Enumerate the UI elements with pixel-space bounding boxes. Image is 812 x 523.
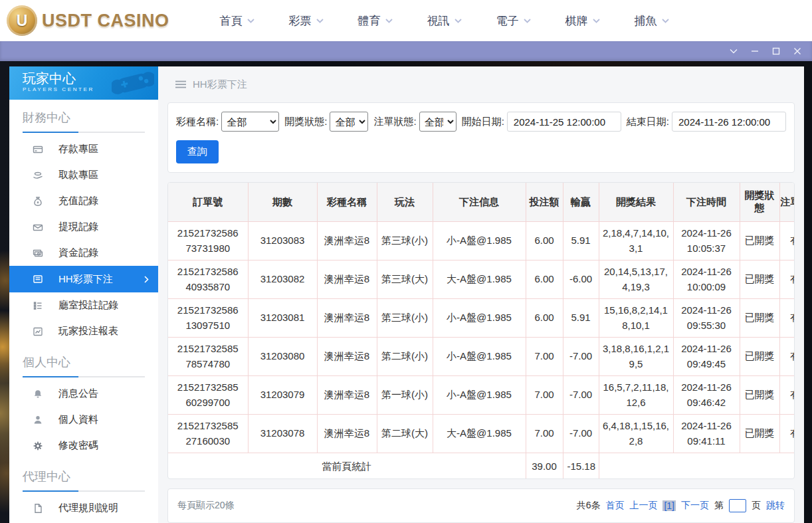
bell-icon xyxy=(32,389,44,399)
sidebar-item-hall-bet-records[interactable]: 廳室投註記錄 xyxy=(9,292,158,318)
section-divider xyxy=(23,490,145,492)
sidebar-item-funds-records[interactable]: 資金記錄 xyxy=(9,240,158,266)
table-cell: 澳洲幸运8 xyxy=(317,338,377,376)
bet-list-icon xyxy=(32,274,44,284)
table-cell: 31203083 xyxy=(248,222,317,261)
column-header: 下注時間 xyxy=(673,183,740,222)
end-date-input[interactable] xyxy=(672,112,786,132)
table-cell: 2024-11-26 10:00:09 xyxy=(673,261,740,299)
table-cell: 2024-11-26 09:49:45 xyxy=(673,338,740,376)
order-status-select[interactable]: 全部 xyxy=(419,112,457,132)
table-cell: 2152173258560299700 xyxy=(168,376,248,415)
table-cell: -7.00 xyxy=(563,376,599,415)
deposit-card-icon xyxy=(32,144,44,155)
table-cell: 7.00 xyxy=(526,415,563,453)
sidebar-item-withdraw[interactable]: 取款專區 xyxy=(9,162,158,188)
main-nav: 首頁 彩票 體育 視訊 電子 棋牌 捕魚 xyxy=(203,13,686,29)
breadcrumb: HH彩票下注 xyxy=(158,66,804,102)
window-title-bar xyxy=(0,41,812,61)
chevron-down-icon xyxy=(385,19,393,23)
table-cell: 小-A盤@1.985 xyxy=(433,299,526,338)
section-divider xyxy=(23,376,145,377)
draw-status-select[interactable]: 全部 xyxy=(330,112,368,132)
table-cell: 有效 xyxy=(779,299,795,338)
coin-logo-icon: U xyxy=(7,5,37,36)
next-page-link[interactable]: 下一页 xyxy=(681,500,709,512)
prev-page-link[interactable]: 上一页 xyxy=(629,500,657,512)
table-cell: 31203082 xyxy=(248,261,317,299)
table-row: 215217325856029970031203079澳洲幸运8第一球(小)小-… xyxy=(168,376,795,415)
lottery-name-select[interactable]: 全部 xyxy=(221,112,279,132)
column-header: 注單狀態 xyxy=(779,183,795,222)
column-header: 輸贏 xyxy=(563,183,599,222)
nav-item-home[interactable]: 首頁 xyxy=(203,13,272,29)
gamepad-icon xyxy=(112,69,154,96)
table-cell: 2,18,4,7,14,10,3,1 xyxy=(599,222,673,261)
table-cell: 3,18,8,16,1,2,19,5 xyxy=(599,338,673,376)
column-header: 開獎結果 xyxy=(599,183,673,222)
table-cell: 小-A盤@1.985 xyxy=(433,222,526,261)
order-status-label: 注單狀態: xyxy=(373,116,416,128)
site-header: U USDT CASINO 首頁 彩票 體育 視訊 電子 棋牌 捕魚 xyxy=(0,0,812,41)
table-cell: 第二球(小) xyxy=(377,338,433,376)
table-cell: 有效 xyxy=(779,222,795,261)
table-cell: 6.00 xyxy=(526,261,563,299)
table-cell: 澳洲幸运8 xyxy=(317,261,377,299)
sidebar-item-deposit[interactable]: 存款專區 xyxy=(9,136,158,162)
sidebar-item-hh-lottery-bets[interactable]: HH彩票下注 xyxy=(9,266,158,292)
window-collapse-button[interactable] xyxy=(723,41,744,61)
start-date-input[interactable] xyxy=(507,112,621,132)
sidebar-item-change-password[interactable]: 修改密碼 xyxy=(9,433,158,459)
sidebar-item-withdrawal-records[interactable]: 提現記錄 xyxy=(9,214,158,240)
search-button[interactable]: 查詢 xyxy=(176,140,219,163)
logo-text: USDT CASINO xyxy=(42,11,169,31)
table-cell: 有效 xyxy=(779,338,795,376)
table-cell: 第二球(大) xyxy=(377,415,433,453)
table-cell: 已開獎 xyxy=(740,261,779,299)
nav-item-sports[interactable]: 體育 xyxy=(341,13,410,29)
table-cell: 已開獎 xyxy=(740,415,779,453)
window-close-button[interactable] xyxy=(787,41,808,61)
chevron-down-icon xyxy=(730,49,738,54)
nav-item-cards[interactable]: 棋牌 xyxy=(548,13,617,29)
site-logo[interactable]: U USDT CASINO xyxy=(7,5,169,36)
table-cell: 5.91 xyxy=(563,299,599,338)
table-row: 215217325867373198031203083澳洲幸运8第三球(小)小-… xyxy=(168,222,795,261)
first-page-link[interactable]: 首页 xyxy=(605,500,624,512)
sidebar-item-label: 資金記錄 xyxy=(58,247,98,259)
column-header: 開獎狀態 xyxy=(740,183,779,222)
table-cell: 2024-11-26 09:55:30 xyxy=(673,299,740,338)
report-chart-icon xyxy=(32,326,44,337)
gear-icon xyxy=(32,441,44,451)
sidebar-item-label: 充值記錄 xyxy=(58,195,98,207)
nav-item-live[interactable]: 視訊 xyxy=(410,13,479,29)
nav-item-fishing[interactable]: 捕魚 xyxy=(617,13,686,29)
jump-link[interactable]: 跳转 xyxy=(766,500,785,512)
bets-table-panel: 訂單號期數彩種名稱玩法下注信息投注額輸贏開獎結果下注時間開獎狀態注單狀態 215… xyxy=(167,182,795,479)
window-minimize-button[interactable] xyxy=(744,41,765,61)
table-cell: 31203079 xyxy=(248,376,317,415)
chevron-right-icon xyxy=(144,276,149,283)
sidebar-item-player-bet-report[interactable]: 玩家投注報表 xyxy=(9,318,158,344)
sidebar-item-announcements[interactable]: 消息公告 xyxy=(9,381,158,407)
sidebar-item-profile[interactable]: 個人資料 xyxy=(9,407,158,433)
nav-item-lottery[interactable]: 彩票 xyxy=(272,13,341,29)
nav-item-slots[interactable]: 電子 xyxy=(479,13,548,29)
sidebar: 玩家中心 PLAYERS CENTER 財務中心 存款專區 xyxy=(9,66,158,523)
table-cell: 7.00 xyxy=(526,338,563,376)
sidebar-item-label: 廳室投註記錄 xyxy=(58,299,118,312)
hamburger-icon[interactable] xyxy=(175,80,186,88)
sidebar-item-label: 取款專區 xyxy=(58,169,98,181)
window-maximize-button[interactable] xyxy=(765,41,787,61)
sidebar-item-recharge-records[interactable]: 充值記錄 xyxy=(9,188,158,214)
chevron-down-icon xyxy=(662,19,669,23)
close-icon xyxy=(793,47,801,55)
chevron-down-icon xyxy=(455,19,462,23)
section-title-agent: 代理中心 xyxy=(23,469,158,484)
table-cell: 有效 xyxy=(779,415,795,453)
page-number-input[interactable] xyxy=(729,499,746,512)
section-divider xyxy=(23,132,145,133)
total-count-text: 共6条 xyxy=(577,500,601,512)
sidebar-item-agent-rules[interactable]: 代理規則說明 xyxy=(9,495,158,521)
table-cell: 第三球(小) xyxy=(377,222,433,261)
